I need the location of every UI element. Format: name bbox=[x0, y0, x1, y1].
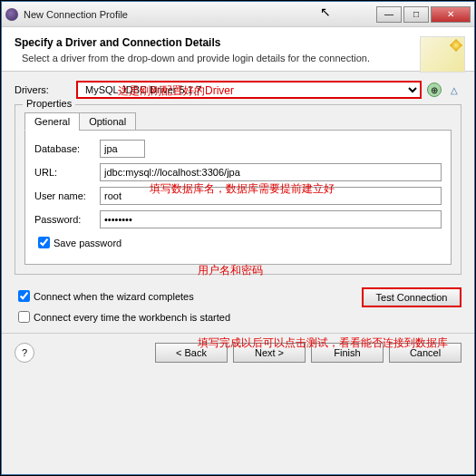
minimize-button[interactable]: — bbox=[376, 6, 402, 23]
add-driver-icon[interactable]: ⊕ bbox=[427, 83, 442, 97]
maximize-button[interactable]: □ bbox=[403, 6, 429, 23]
header-heading: Specify a Driver and Connection Details bbox=[15, 36, 461, 49]
header-desc: Select a driver from the drop-down and p… bbox=[22, 53, 398, 63]
eclipse-icon bbox=[5, 8, 18, 21]
drivers-select[interactable]: MySQL JDBC Driver 5.1.7 bbox=[76, 81, 422, 99]
url-label: URL: bbox=[34, 167, 100, 178]
driver-warning-icon[interactable]: △ bbox=[447, 83, 461, 97]
close-button[interactable]: ✕ bbox=[431, 6, 471, 23]
dialog-window: New Connection Profile — □ ✕ Specify a D… bbox=[1, 1, 475, 475]
connect-when-complete-label: Connect when the wizard completes bbox=[34, 291, 194, 302]
properties-group: Properties General Optional Database: UR… bbox=[15, 104, 461, 275]
password-label: Password: bbox=[34, 214, 100, 225]
database-input[interactable] bbox=[100, 140, 145, 158]
button-bar: ? < Back Next > Finish Cancel bbox=[2, 333, 474, 372]
username-input[interactable] bbox=[100, 187, 442, 205]
wizard-banner-icon bbox=[420, 36, 465, 73]
back-button[interactable]: < Back bbox=[155, 343, 228, 363]
connect-every-start-label: Connect every time the workbench is star… bbox=[34, 312, 230, 323]
properties-legend: Properties bbox=[23, 98, 75, 109]
finish-button[interactable]: Finish bbox=[311, 343, 384, 363]
connect-every-start-checkbox[interactable] bbox=[18, 311, 30, 323]
connect-when-complete-checkbox[interactable] bbox=[18, 290, 30, 302]
help-button[interactable]: ? bbox=[15, 343, 34, 363]
database-label: Database: bbox=[34, 143, 100, 154]
next-button[interactable]: Next > bbox=[233, 343, 306, 363]
username-label: User name: bbox=[34, 190, 100, 201]
titlebar[interactable]: New Connection Profile — □ ✕ bbox=[2, 2, 474, 27]
save-password-label: Save password bbox=[53, 238, 121, 248]
tab-general[interactable]: General bbox=[24, 112, 80, 131]
tab-optional[interactable]: Optional bbox=[79, 112, 136, 131]
save-password-checkbox[interactable] bbox=[38, 237, 50, 248]
url-input[interactable] bbox=[100, 163, 442, 181]
password-input[interactable] bbox=[100, 210, 442, 228]
mouse-cursor-icon: ↖ bbox=[320, 5, 331, 19]
test-connection-button[interactable]: Test Connection bbox=[362, 287, 461, 307]
header: Specify a Driver and Connection Details … bbox=[2, 27, 474, 72]
cancel-button[interactable]: Cancel bbox=[389, 343, 461, 363]
drivers-label: Drivers: bbox=[15, 84, 76, 95]
